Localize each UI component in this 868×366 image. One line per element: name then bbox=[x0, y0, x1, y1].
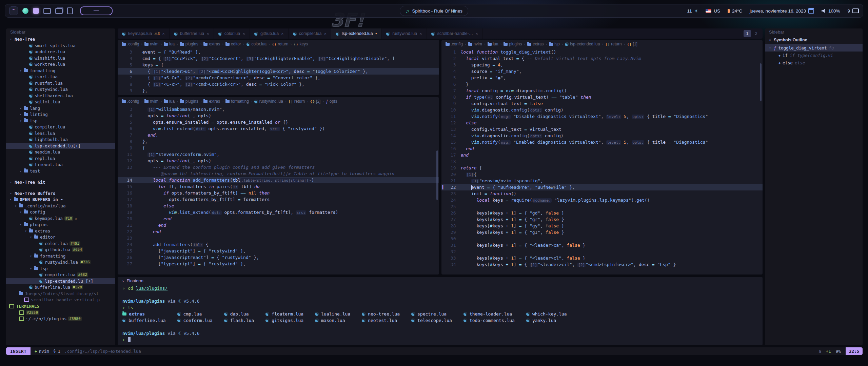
code-line[interactable]: 6 vim.list_extend(dst: opts.ensure_insta… bbox=[118, 125, 439, 132]
code-line[interactable]: 8 }, bbox=[118, 138, 439, 145]
code-line[interactable]: 27 keys[#keys + 1] = { "gr", false } bbox=[441, 216, 763, 223]
code-line[interactable]: 27 ["typescript"] = { "rustywind" }, bbox=[118, 261, 439, 267]
listing-entry-floaterm-lua[interactable]: floaterm.lua bbox=[265, 311, 303, 317]
tree-item-config-nvim-lua[interactable]: ▾.config/nvim/lua bbox=[6, 203, 115, 209]
tab-close-icon[interactable]: × bbox=[242, 31, 245, 36]
code-line[interactable]: 3 [1]"williamboman/mason.nvim", bbox=[118, 106, 439, 113]
tree-item-undotree-lua[interactable]: undotree.lua bbox=[6, 49, 115, 55]
code-line[interactable]: 6 { [1]"<leader>uC", [2]"<cmd>CccHighlig… bbox=[118, 68, 439, 75]
focused-window-pill[interactable]: — bbox=[80, 6, 113, 15]
breadcrumb-item[interactable]: extras bbox=[203, 99, 220, 104]
code-line[interactable]: 3 event = { "BufRead" }, bbox=[118, 49, 439, 55]
tree-item-lsp-extended-lu[interactable]: lsp-extended.lu[+] bbox=[6, 143, 115, 149]
tree-item-editor[interactable]: ▾editor bbox=[6, 234, 115, 241]
clock[interactable]: jueves, noviembre 16, 2023 bbox=[750, 8, 814, 14]
breadcrumb-item[interactable]: []return bbox=[605, 42, 622, 46]
scrollbar-handle[interactable] bbox=[760, 63, 762, 101]
code-line[interactable]: 5 keys = { bbox=[118, 62, 439, 68]
tab-bufferline-lua[interactable]: bufferline.lua× bbox=[170, 28, 214, 39]
brightness-indicator[interactable]: 11 bbox=[687, 8, 698, 14]
tree-item-rustywind-lua[interactable]: rustywind.lua bbox=[6, 86, 115, 93]
code-line[interactable]: 5 opts.ensure_installed = opts.ensure_in… bbox=[118, 119, 439, 125]
code-line[interactable]: 26 keys[#keys + 1] = { "gd", false } bbox=[441, 210, 763, 216]
tree-item-formatting[interactable]: ▾formatting bbox=[6, 67, 115, 74]
tree-item-sqlfmt-lua[interactable]: sqlfmt.lua bbox=[6, 99, 115, 105]
tree-item-lsp-extended-lu[interactable]: lsp-extended.lu [+] bbox=[6, 278, 115, 284]
listing-entry-spectre-lua[interactable]: spectre.lua bbox=[411, 311, 452, 317]
volume-indicator[interactable]: 100% bbox=[822, 8, 840, 14]
listing-entry-flash-lua[interactable]: flash.lua bbox=[224, 317, 254, 324]
active-app-icon[interactable] bbox=[33, 8, 39, 14]
tree-item-github-lua[interactable]: github.lua#654 bbox=[6, 247, 115, 253]
code-line[interactable]: ---@param tbl table<string, conform.Form… bbox=[118, 170, 439, 177]
code-line[interactable]: 29 keys[#keys + 1] = { "gI", false } bbox=[441, 229, 763, 236]
breadcrumb-item[interactable]: extras bbox=[527, 42, 544, 46]
now-playing[interactable]: Spiritbox - Rule Of Nines bbox=[400, 6, 468, 16]
section-header-neo-tree-buffers[interactable]: ▾Neo-Tree Buffers bbox=[6, 190, 115, 197]
tree-item-lsp[interactable]: ▾lsp bbox=[6, 118, 115, 124]
file-icon[interactable] bbox=[67, 7, 73, 14]
code-line[interactable]: 9 { bbox=[118, 145, 439, 151]
listing-entry-todo-comments-lua[interactable]: todo-comments.lua bbox=[463, 317, 515, 324]
code-line[interactable]: 16 if opts.formatters_by_ft[ft] == nil t… bbox=[118, 190, 439, 196]
tabpage-2[interactable]: 2 bbox=[752, 30, 760, 37]
tree-item-keymaps-lua[interactable]: keymaps.lua#10⚠ bbox=[6, 215, 115, 222]
breadcrumb-item[interactable]: {}[1] bbox=[627, 42, 637, 46]
tab-github-lua[interactable]: github.lua× bbox=[250, 28, 289, 39]
code-line[interactable]: 17end bbox=[441, 152, 763, 158]
code-line[interactable]: 20 [1]{ bbox=[441, 171, 763, 178]
code-line[interactable]: 25 bbox=[441, 203, 763, 210]
code-line[interactable]: 10 vim.diagnostic.config(opts: config) bbox=[441, 107, 763, 113]
tree-item-test[interactable]: ▸test bbox=[6, 168, 115, 174]
code-line[interactable]: 9 }, bbox=[118, 87, 439, 94]
tab-close-icon[interactable]: × bbox=[419, 31, 422, 36]
code-line[interactable]: 13 config.virtual_text = virtual_text bbox=[441, 126, 763, 133]
tree-item-worktree-lua[interactable]: worktree.lua bbox=[6, 61, 115, 68]
code-line[interactable]: 8 { [1]"<C-c>", [2]"<cmd>CccPick<cr>", d… bbox=[118, 81, 439, 87]
tab-close-icon[interactable]: × bbox=[324, 31, 327, 36]
code-line[interactable]: 30 bbox=[441, 236, 763, 242]
tree-item-lang[interactable]: ▸lang bbox=[6, 105, 115, 111]
tabpage-1[interactable]: 1 bbox=[744, 30, 751, 37]
section-header-terminals[interactable]: TERMINALS bbox=[6, 303, 115, 309]
code-line[interactable]: 14 local function add_formatters(tbl:tab… bbox=[118, 177, 439, 183]
tree-item-smart-splits-lua[interactable]: smart-splits.lua bbox=[6, 42, 115, 49]
code-line[interactable]: 4 opts = function(_, opts) bbox=[118, 113, 439, 119]
code-line[interactable]: 9 config.virtual_text = false bbox=[441, 100, 763, 107]
tab-compiler-lua[interactable]: compiler.lua× bbox=[289, 28, 331, 39]
breadcrumb-item[interactable]: formatting bbox=[225, 99, 249, 104]
tree-item-lightbulb-lua[interactable]: lightbulb.lua bbox=[6, 137, 115, 143]
tree-item-color-lua[interactable]: color.lua#493 bbox=[6, 240, 115, 247]
code-line[interactable]: 17 opts.formatters_by_ft[ft] = formatter… bbox=[118, 196, 439, 203]
breadcrumb-item[interactable]: nvim bbox=[144, 99, 158, 104]
code-line[interactable]: 19return { bbox=[441, 165, 763, 171]
breadcrumb-item[interactable]: lsp-extended.lua bbox=[565, 42, 600, 46]
breadcrumb-item[interactable]: editor bbox=[225, 42, 241, 46]
code-line[interactable]: 21 end bbox=[118, 222, 439, 228]
code-line[interactable]: 7 end, bbox=[118, 132, 439, 138]
breadcrumb-item[interactable]: {}[2] bbox=[310, 99, 321, 104]
code-line[interactable]: ▍22 event = { "BufReadPre", "BufNewFile"… bbox=[441, 184, 763, 190]
code-line[interactable]: 23 init = function() bbox=[441, 190, 763, 197]
breadcrumb-item[interactable]: nvim bbox=[468, 42, 482, 46]
code-line[interactable]: 33 keys[#keys + 1] = { "<leader>cl", fal… bbox=[441, 255, 763, 261]
listing-entry-extras[interactable]: extras bbox=[122, 311, 166, 317]
breadcrumb-item[interactable]: ƒopts bbox=[326, 99, 337, 104]
code-line[interactable]: 11 [1]"stevearc/conform.nvim", bbox=[118, 151, 439, 158]
tree-item-compiler-lua[interactable]: compiler.lua bbox=[6, 124, 115, 130]
breadcrumb-item[interactable]: .config bbox=[122, 42, 139, 46]
code-line[interactable]: 18 bbox=[441, 158, 763, 165]
code-line[interactable]: 14 vim.diagnostic.config(opts: config) bbox=[441, 133, 763, 139]
code-line[interactable]: 11 vim.notify(msg: "Disable diagnostics … bbox=[441, 113, 763, 120]
tab-color-lua[interactable]: color.lua× bbox=[214, 28, 250, 39]
code-line[interactable]: 16 end bbox=[441, 145, 763, 152]
code-line[interactable]: 4 cmd = { [1]"CccPick", [2]"CccConvert",… bbox=[118, 55, 439, 62]
listing-entry-conform-lua[interactable]: conform.lua bbox=[177, 317, 213, 324]
code-line[interactable]: 26 ["javascriptreact"] = { "rustywind" }… bbox=[118, 254, 439, 261]
symbols-outline-header[interactable]: ▾ Symbols Outline bbox=[765, 36, 863, 44]
code-line[interactable]: 7 { [1]"<S-C>", [2]"<cmd>CccConvert<cr>"… bbox=[118, 75, 439, 81]
listing-entry-dap-lua[interactable]: dap.lua bbox=[224, 311, 254, 317]
tree-item-formatting[interactable]: ▾formatting bbox=[6, 253, 115, 259]
code-line[interactable]: 28 keys[#keys + 1] = { "gy", false } bbox=[441, 223, 763, 229]
keyboard-layout[interactable]: US bbox=[706, 8, 720, 14]
